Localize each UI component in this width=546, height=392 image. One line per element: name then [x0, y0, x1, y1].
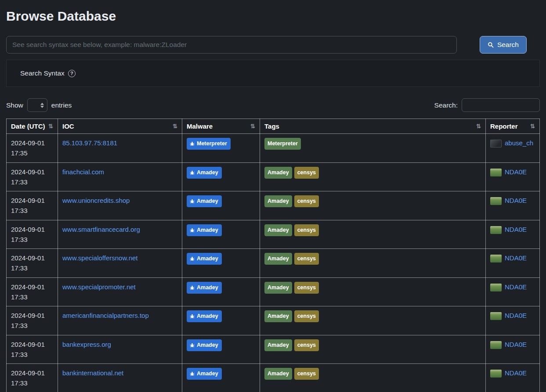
tag-amadey[interactable]: Amadey [264, 167, 292, 179]
tag-amadey[interactable]: Amadey [264, 310, 292, 322]
column-label: Reporter [490, 122, 518, 130]
sort-icon[interactable]: ⇅ [250, 123, 255, 129]
ioc-link[interactable]: bankinternational.net [62, 369, 123, 377]
malware-badge[interactable]: Amadey [187, 282, 222, 294]
tag-amadey[interactable]: Amadey [264, 368, 292, 380]
malware-cell: Amadey [182, 220, 260, 249]
browse-database-page: Browse Database Search Search Syntax ? S… [0, 0, 546, 392]
reporter-cell: NDA0E [486, 306, 540, 335]
ioc-search-input[interactable] [6, 36, 457, 54]
reporter-thumbnail [490, 312, 502, 320]
ioc-link[interactable]: www.specialpromoter.net [62, 283, 136, 291]
malware-cell: Amadey [182, 364, 260, 392]
ioc-cell: www.specialoffersnow.net [58, 249, 182, 278]
reporter-thumbnail [490, 169, 502, 176]
entries-length-select[interactable] [27, 98, 47, 112]
reporter-link[interactable]: NDA0E [505, 168, 527, 176]
sort-icon[interactable]: ⇅ [173, 123, 177, 129]
search-button[interactable]: Search [480, 36, 527, 54]
reporter-link[interactable]: NDA0E [505, 341, 527, 348]
column-header-date-utc[interactable]: Date (UTC)⇅ [7, 119, 58, 134]
malware-badge[interactable]: Meterpreter [187, 138, 231, 150]
reporter-thumbnail [490, 370, 502, 378]
malware-badge[interactable]: Amadey [187, 368, 222, 380]
sort-icon[interactable]: ⇅ [476, 123, 481, 129]
date-cell: 2024-09-01 17:33 [7, 306, 58, 335]
sort-icon[interactable]: ⇅ [530, 123, 535, 129]
tag-censys[interactable]: censys [294, 167, 319, 179]
reporter-cell: NDA0E [486, 364, 540, 392]
tag-censys[interactable]: censys [294, 339, 319, 351]
reporter-link[interactable]: NDA0E [505, 254, 527, 262]
tag-censys[interactable]: censys [294, 253, 319, 265]
bug-icon [190, 256, 195, 261]
malware-badge[interactable]: Amadey [187, 339, 222, 351]
tag-amadey[interactable]: Amadey [264, 339, 292, 351]
malware-cell: Amadey [182, 306, 260, 335]
malware-cell: Meterpreter [182, 134, 260, 163]
ioc-link[interactable]: bankexpress.org [62, 341, 111, 348]
reporter-thumbnail [490, 226, 502, 234]
date-cell: 2024-09-01 17:33 [7, 162, 58, 191]
search-syntax-label[interactable]: Search Syntax [20, 69, 65, 77]
bug-icon [190, 343, 195, 348]
tag-censys[interactable]: censys [294, 224, 319, 236]
bug-icon [190, 141, 195, 146]
sort-icon[interactable]: ⇅ [48, 123, 53, 129]
malware-badge[interactable]: Amadey [187, 167, 222, 179]
reporter-cell: NDA0E [486, 335, 540, 364]
tag-meterpreter[interactable]: Meterpreter [264, 138, 301, 150]
malware-label: Amadey [197, 169, 218, 177]
ioc-cell: bankinternational.net [58, 364, 182, 392]
search-icon [488, 42, 494, 48]
tag-censys[interactable]: censys [294, 310, 319, 322]
malware-label: Amadey [197, 226, 218, 234]
reporter-thumbnail [490, 140, 502, 147]
tag-amadey[interactable]: Amadey [264, 253, 292, 265]
reporter-link[interactable]: NDA0E [505, 283, 527, 291]
question-mark-icon[interactable]: ? [68, 70, 76, 77]
column-label: Tags [264, 122, 279, 130]
ioc-link[interactable]: www.specialoffersnow.net [62, 254, 137, 262]
tag-amadey[interactable]: Amadey [264, 195, 292, 207]
malware-badge[interactable]: Amadey [187, 224, 222, 236]
table-row: 2024-09-01 17:33www.specialpromoter.netA… [7, 277, 540, 306]
column-header-malware[interactable]: Malware⇅ [182, 119, 260, 134]
ioc-cell: www.smartfinancecard.org [58, 220, 182, 249]
tag-amadey[interactable]: Amadey [264, 282, 292, 294]
ioc-link[interactable]: 85.103.97.75:8181 [62, 139, 117, 147]
ioc-link[interactable]: www.unioncredits.shop [62, 197, 130, 204]
reporter-link[interactable]: NDA0E [505, 226, 527, 233]
malware-badge[interactable]: Amadey [187, 253, 222, 265]
tag-amadey[interactable]: Amadey [264, 224, 292, 236]
table-row: 2024-09-01 17:3585.103.97.75:8181Meterpr… [7, 134, 540, 163]
malware-badge[interactable]: Amadey [187, 195, 222, 207]
table-filter-control: Search: [434, 98, 540, 112]
date-cell: 2024-09-01 17:33 [7, 364, 58, 392]
reporter-thumbnail [490, 255, 502, 263]
table-controls: Show entries Search: [6, 98, 540, 112]
reporter-link[interactable]: NDA0E [505, 312, 527, 319]
filter-label: Search: [434, 101, 458, 109]
tag-censys[interactable]: censys [294, 195, 319, 207]
malware-cell: Amadey [182, 335, 260, 364]
date-cell: 2024-09-01 17:33 [7, 335, 58, 364]
column-header-reporter[interactable]: Reporter⇅ [486, 119, 540, 134]
reporter-link[interactable]: NDA0E [505, 197, 527, 204]
ioc-link[interactable]: finachcial.com [62, 168, 104, 176]
ioc-table: Date (UTC)⇅IOC⇅Malware⇅Tags⇅Reporter⇅ 20… [6, 119, 540, 392]
column-header-tags[interactable]: Tags⇅ [260, 119, 486, 134]
tag-censys[interactable]: censys [294, 282, 319, 294]
column-header-ioc[interactable]: IOC⇅ [58, 119, 182, 134]
tags-cell: Amadeycensys [260, 191, 486, 220]
reporter-link[interactable]: abuse_ch [505, 139, 533, 147]
table-filter-input[interactable] [462, 98, 540, 112]
ioc-link[interactable]: americanfinancialpartners.top [62, 312, 149, 319]
reporter-link[interactable]: NDA0E [505, 369, 527, 377]
ioc-link[interactable]: www.smartfinancecard.org [62, 226, 140, 233]
page-title: Browse Database [6, 9, 540, 24]
reporter-cell: NDA0E [486, 162, 540, 191]
tag-censys[interactable]: censys [294, 368, 319, 380]
malware-badge[interactable]: Amadey [187, 310, 222, 322]
ioc-cell: www.unioncredits.shop [58, 191, 182, 220]
